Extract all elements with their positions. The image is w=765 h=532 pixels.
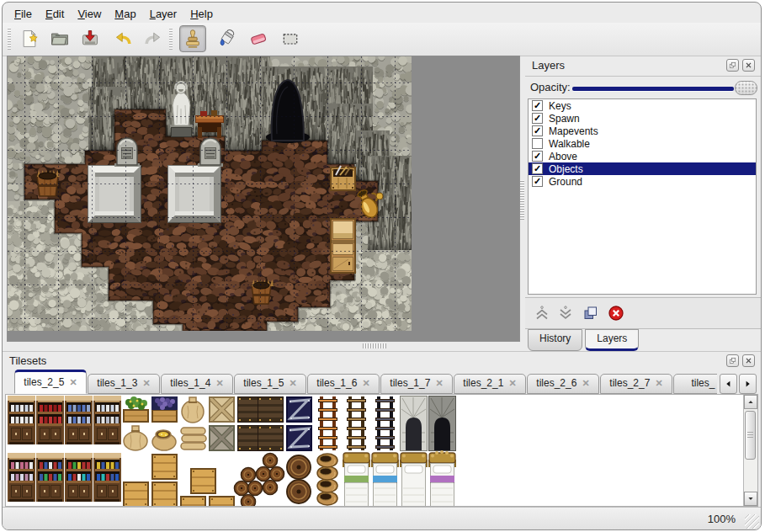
close-tab-icon[interactable]: ✕: [508, 378, 516, 388]
toolbar-drag-handle[interactable]: [169, 28, 173, 50]
opacity-slider-handle[interactable]: [735, 81, 757, 95]
tileset-tab-label: tiles_2_7: [609, 377, 650, 389]
close-tab-icon[interactable]: ✕: [582, 378, 589, 388]
tileset-tab-tiles_[interactable]: tiles_✕: [673, 374, 717, 394]
close-tab-icon[interactable]: ✕: [435, 378, 443, 388]
opacity-slider-track[interactable]: [572, 87, 734, 91]
save-button[interactable]: [77, 25, 104, 52]
close-panel-button[interactable]: [742, 354, 755, 367]
menu-edit[interactable]: Edit: [39, 5, 71, 23]
layer-row-objects[interactable]: ✓Objects: [529, 162, 756, 175]
redo-button[interactable]: [139, 25, 166, 52]
tileset-tab-label: tiles_1_4: [170, 377, 210, 389]
tileset-tab-label: tiles_1_5: [243, 377, 284, 389]
layer-visibility-checkbox[interactable]: [532, 138, 543, 149]
layer-label: Mapevents: [549, 125, 598, 137]
layer-row-spawn[interactable]: ✓Spawn: [529, 112, 756, 125]
menu-view[interactable]: View: [71, 5, 108, 23]
float-panel-button[interactable]: [726, 59, 739, 72]
close-tab-icon[interactable]: ✕: [289, 378, 296, 388]
raise-layer-button[interactable]: [534, 305, 550, 322]
layer-label: Ground: [549, 176, 582, 188]
resize-grip[interactable]: [745, 514, 759, 529]
layer-visibility-checkbox[interactable]: ✓: [532, 100, 543, 111]
tileset-tabbar: tiles_2_5✕tiles_1_3✕tiles_1_4✕tiles_1_5✕…: [14, 370, 717, 394]
tileset-canvas[interactable]: [8, 396, 743, 506]
layer-row-above[interactable]: ✓Above: [529, 150, 756, 162]
tileset-scrollbar[interactable]: [743, 395, 757, 506]
close-tab-icon[interactable]: ✕: [142, 378, 150, 388]
layer-row-walkable[interactable]: Walkable: [529, 137, 756, 150]
tileset-tab-label: tiles_2_6: [536, 377, 576, 389]
layer-buttons-row: [525, 297, 761, 329]
menu-layer[interactable]: Layer: [143, 5, 184, 23]
dock-tab-layers[interactable]: Layers: [585, 329, 639, 351]
menu-help[interactable]: Help: [183, 5, 220, 23]
layer-label: Objects: [549, 163, 583, 175]
tileset-tab-tiles_2_5[interactable]: tiles_2_5✕: [14, 370, 87, 394]
new-button[interactable]: [16, 25, 43, 52]
stamp-tool-button[interactable]: [179, 25, 206, 52]
layer-visibility-checkbox[interactable]: ✓: [532, 176, 543, 187]
map-viewport[interactable]: [7, 56, 520, 342]
layers-list: ✓Keys✓Spawn✓MapeventsWalkable✓Above✓Obje…: [528, 98, 757, 295]
tileset-tab-tiles_2_6[interactable]: tiles_2_6✕: [527, 374, 599, 394]
layers-panel-title: Layers: [532, 59, 565, 72]
eraser-tool-button[interactable]: [245, 25, 272, 52]
dock-tab-history[interactable]: History: [528, 329, 582, 351]
layer-visibility-checkbox[interactable]: ✓: [532, 125, 543, 136]
vertical-splitter-handle[interactable]: [520, 179, 524, 220]
dock-bottom-tabs: HistoryLayers: [528, 329, 639, 351]
select-tool-button[interactable]: [277, 25, 304, 52]
tileset-tab-label: tiles_1_7: [390, 377, 430, 389]
tilesets-panel-titlebar: Tilesets: [3, 352, 761, 370]
float-panel-button[interactable]: [726, 354, 739, 367]
close-tab-icon[interactable]: ✕: [655, 378, 662, 388]
close-tab-icon[interactable]: ✕: [69, 377, 77, 387]
zoom-level: 100%: [708, 513, 736, 525]
menubar: FileEditViewMapLayerHelp: [8, 4, 220, 23]
tileset-tab-tiles_1_5[interactable]: tiles_1_5✕: [234, 374, 306, 394]
scrollbar-thumb[interactable]: [745, 411, 756, 460]
tileset-tab-label: tiles_: [691, 377, 715, 389]
layer-label: Above: [549, 151, 577, 162]
lower-layer-button[interactable]: [557, 305, 574, 322]
tileset-tab-label: tiles_2_1: [463, 377, 503, 389]
toolbar: [3, 23, 761, 56]
map-canvas[interactable]: [8, 56, 412, 331]
tab-scroll-right-button[interactable]: [739, 374, 757, 394]
scroll-up-button[interactable]: [744, 395, 757, 409]
close-tab-icon[interactable]: ✕: [362, 378, 369, 388]
menu-map[interactable]: Map: [108, 5, 142, 23]
layer-visibility-checkbox[interactable]: ✓: [532, 113, 543, 124]
tileset-content[interactable]: [5, 394, 758, 507]
layer-visibility-checkbox[interactable]: ✓: [532, 163, 543, 174]
tileset-tab-label: tiles_2_5: [24, 376, 64, 388]
tileset-tab-tiles_1_6[interactable]: tiles_1_6✕: [307, 374, 380, 394]
menu-file[interactable]: File: [8, 5, 39, 23]
undo-button[interactable]: [110, 25, 137, 52]
tileset-tab-tiles_2_7[interactable]: tiles_2_7✕: [600, 374, 672, 394]
toolbar-drag-handle[interactable]: [8, 28, 11, 50]
close-tab-icon[interactable]: ✕: [215, 378, 223, 388]
layer-label: Keys: [549, 100, 571, 112]
layer-row-ground[interactable]: ✓Ground: [529, 175, 756, 188]
layer-label: Walkable: [549, 138, 590, 150]
horizontal-splitter-handle[interactable]: [363, 343, 386, 348]
layers-panel-titlebar: Layers: [525, 55, 761, 77]
layer-visibility-checkbox[interactable]: ✓: [532, 151, 543, 162]
duplicate-layer-button[interactable]: [582, 305, 599, 322]
delete-layer-button[interactable]: [608, 305, 624, 322]
tileset-tab-tiles_1_4[interactable]: tiles_1_4✕: [161, 374, 233, 394]
scroll-down-button[interactable]: [744, 492, 757, 506]
layer-row-keys[interactable]: ✓Keys: [529, 99, 756, 112]
tileset-tab-tiles_2_1[interactable]: tiles_2_1✕: [454, 374, 526, 394]
tilesets-panel-title: Tilesets: [9, 354, 46, 367]
tileset-tab-tiles_1_7[interactable]: tiles_1_7✕: [380, 374, 453, 394]
close-panel-button[interactable]: [742, 59, 755, 72]
tileset-tab-tiles_1_3[interactable]: tiles_1_3✕: [88, 374, 160, 394]
layer-row-mapevents[interactable]: ✓Mapevents: [529, 125, 756, 137]
open-button[interactable]: [46, 25, 73, 52]
tab-scroll-left-button[interactable]: [720, 374, 737, 394]
fill-tool-button[interactable]: [213, 25, 240, 52]
